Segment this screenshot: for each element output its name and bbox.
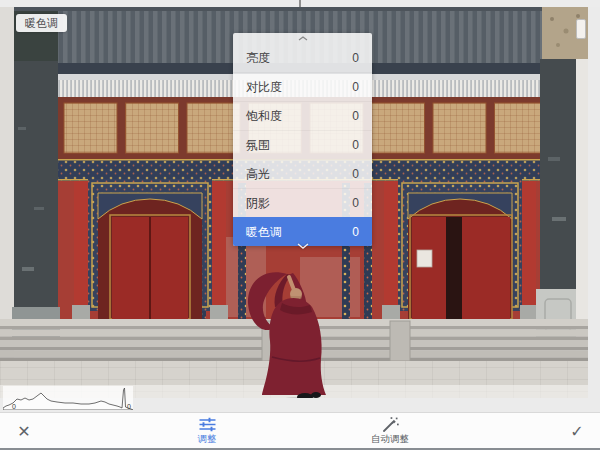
menu-item-ambiance[interactable]: 氛围 0	[233, 130, 372, 159]
tool-name-badge: 暖色调	[16, 14, 67, 32]
menu-item-brightness[interactable]: 亮度 0	[233, 44, 372, 72]
menu-item-contrast[interactable]: 对比度 0	[233, 72, 372, 101]
bottom-toolbar: ✕ 调整 自动调整 ✓	[0, 412, 600, 449]
adjust-parameter-menu: 亮度 0 对比度 0 饱和度 0 氛围 0 高光 0 阴影 0 暖色调 0	[233, 33, 372, 246]
close-icon: ✕	[17, 422, 30, 441]
chevron-up-icon	[233, 33, 372, 44]
chevron-down-icon	[233, 243, 372, 249]
scroll-indicator[interactable]	[576, 19, 586, 39]
menu-item-highlights[interactable]: 高光 0	[233, 159, 372, 188]
value-slider-track[interactable]	[0, 0, 600, 7]
cancel-button[interactable]: ✕	[13, 420, 35, 442]
menu-item-warmth[interactable]: 暖色调 0	[233, 217, 372, 246]
histogram-right-label: 0	[127, 403, 131, 410]
tune-button[interactable]: 调整	[198, 417, 217, 444]
magic-wand-icon	[382, 417, 399, 432]
value-slider-marker	[299, 0, 301, 7]
histogram-left-label: 0	[12, 403, 16, 410]
tune-label: 调整	[198, 434, 217, 444]
confirm-button[interactable]: ✓	[566, 420, 588, 442]
menu-item-shadows[interactable]: 阴影 0	[233, 188, 372, 217]
histogram-panel: 0 0	[3, 386, 133, 410]
left-door	[72, 179, 228, 321]
tune-sliders-icon	[198, 417, 216, 432]
checkmark-icon: ✓	[570, 422, 583, 441]
auto-adjust-button[interactable]: 自动调整	[371, 417, 409, 444]
histogram-curve	[3, 386, 133, 410]
auto-adjust-label: 自动调整	[371, 434, 409, 444]
menu-item-saturation[interactable]: 饱和度 0	[233, 101, 372, 130]
right-door	[382, 179, 538, 321]
